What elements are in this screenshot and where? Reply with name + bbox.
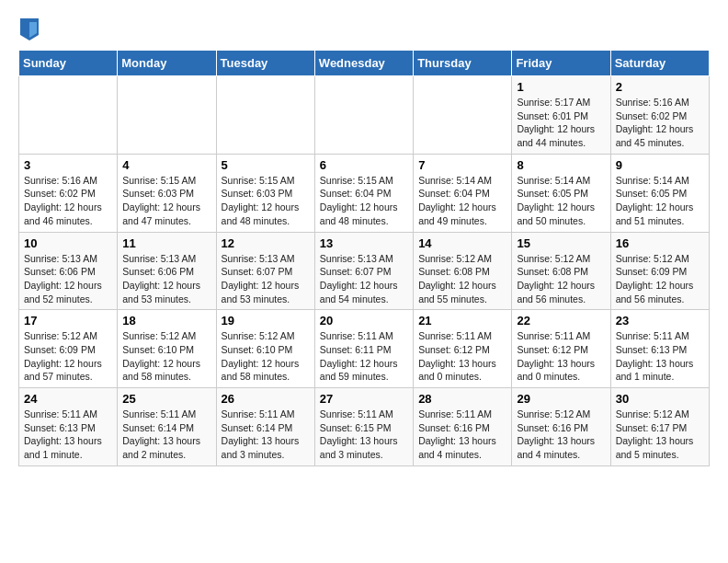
calendar-cell: 24Sunrise: 5:11 AM Sunset: 6:13 PM Dayli… [19, 388, 118, 466]
calendar-header-tuesday: Tuesday [216, 51, 314, 76]
calendar-cell [414, 76, 512, 155]
calendar-cell: 3Sunrise: 5:16 AM Sunset: 6:02 PM Daylig… [19, 154, 118, 232]
calendar-cell: 1Sunrise: 5:17 AM Sunset: 6:01 PM Daylig… [512, 76, 610, 155]
calendar-week-row: 3Sunrise: 5:16 AM Sunset: 6:02 PM Daylig… [19, 154, 710, 232]
day-number: 7 [418, 158, 506, 172]
calendar-cell: 26Sunrise: 5:11 AM Sunset: 6:14 PM Dayli… [216, 388, 314, 466]
day-number: 1 [517, 80, 605, 94]
day-info: Sunrise: 5:12 AM Sunset: 6:10 PM Dayligh… [222, 329, 310, 384]
day-info: Sunrise: 5:11 AM Sunset: 6:12 PM Dayligh… [418, 329, 506, 384]
calendar-header-thursday: Thursday [414, 51, 512, 76]
calendar-cell: 16Sunrise: 5:12 AM Sunset: 6:09 PM Dayli… [610, 232, 709, 310]
calendar-cell [314, 76, 413, 155]
day-info: Sunrise: 5:12 AM Sunset: 6:17 PM Dayligh… [616, 408, 704, 462]
day-info: Sunrise: 5:12 AM Sunset: 6:08 PM Dayligh… [418, 252, 506, 306]
calendar-cell [19, 76, 118, 155]
calendar-cell: 22Sunrise: 5:11 AM Sunset: 6:12 PM Dayli… [512, 310, 610, 388]
day-info: Sunrise: 5:12 AM Sunset: 6:09 PM Dayligh… [24, 329, 112, 384]
calendar-week-row: 1Sunrise: 5:17 AM Sunset: 6:01 PM Daylig… [19, 76, 710, 155]
day-number: 12 [222, 236, 310, 250]
day-number: 27 [320, 392, 408, 406]
calendar-cell: 28Sunrise: 5:11 AM Sunset: 6:16 PM Dayli… [414, 388, 512, 466]
day-info: Sunrise: 5:13 AM Sunset: 6:07 PM Dayligh… [320, 252, 408, 306]
calendar-cell: 21Sunrise: 5:11 AM Sunset: 6:12 PM Dayli… [414, 310, 512, 388]
calendar-cell: 13Sunrise: 5:13 AM Sunset: 6:07 PM Dayli… [314, 232, 413, 310]
calendar-header-friday: Friday [512, 51, 610, 76]
day-number: 25 [122, 392, 210, 406]
day-info: Sunrise: 5:15 AM Sunset: 6:03 PM Dayligh… [222, 174, 310, 228]
day-number: 18 [122, 314, 210, 327]
day-number: 6 [320, 158, 408, 172]
day-info: Sunrise: 5:12 AM Sunset: 6:16 PM Dayligh… [517, 408, 605, 462]
day-number: 22 [517, 314, 605, 327]
calendar-cell: 2Sunrise: 5:16 AM Sunset: 6:02 PM Daylig… [610, 76, 709, 155]
calendar-week-row: 10Sunrise: 5:13 AM Sunset: 6:06 PM Dayli… [19, 232, 710, 310]
day-number: 23 [616, 314, 704, 327]
calendar-cell: 8Sunrise: 5:14 AM Sunset: 6:05 PM Daylig… [512, 154, 610, 232]
calendar-header-row: SundayMondayTuesdayWednesdayThursdayFrid… [19, 51, 710, 76]
day-info: Sunrise: 5:11 AM Sunset: 6:13 PM Dayligh… [616, 329, 704, 384]
calendar-cell: 15Sunrise: 5:12 AM Sunset: 6:08 PM Dayli… [512, 232, 610, 310]
day-info: Sunrise: 5:11 AM Sunset: 6:14 PM Dayligh… [122, 408, 210, 462]
day-info: Sunrise: 5:13 AM Sunset: 6:07 PM Dayligh… [222, 252, 310, 306]
calendar-cell: 19Sunrise: 5:12 AM Sunset: 6:10 PM Dayli… [216, 310, 314, 388]
calendar-cell: 10Sunrise: 5:13 AM Sunset: 6:06 PM Dayli… [19, 232, 118, 310]
day-info: Sunrise: 5:17 AM Sunset: 6:01 PM Dayligh… [517, 96, 605, 150]
day-info: Sunrise: 5:12 AM Sunset: 6:08 PM Dayligh… [517, 252, 605, 306]
calendar-cell: 6Sunrise: 5:15 AM Sunset: 6:04 PM Daylig… [314, 154, 413, 232]
day-number: 10 [24, 236, 112, 250]
calendar-cell: 9Sunrise: 5:14 AM Sunset: 6:05 PM Daylig… [610, 154, 709, 232]
day-number: 4 [122, 158, 210, 172]
day-info: Sunrise: 5:12 AM Sunset: 6:09 PM Dayligh… [616, 252, 704, 306]
day-info: Sunrise: 5:11 AM Sunset: 6:16 PM Dayligh… [418, 408, 506, 462]
day-info: Sunrise: 5:14 AM Sunset: 6:05 PM Dayligh… [517, 174, 605, 228]
calendar-cell: 11Sunrise: 5:13 AM Sunset: 6:06 PM Dayli… [118, 232, 216, 310]
day-number: 8 [517, 158, 605, 172]
day-number: 5 [222, 158, 310, 172]
day-number: 16 [616, 236, 704, 250]
calendar-cell: 23Sunrise: 5:11 AM Sunset: 6:13 PM Dayli… [610, 310, 709, 388]
day-number: 2 [616, 80, 704, 94]
day-number: 30 [616, 392, 704, 406]
calendar-cell: 27Sunrise: 5:11 AM Sunset: 6:15 PM Dayli… [314, 388, 413, 466]
day-info: Sunrise: 5:11 AM Sunset: 6:11 PM Dayligh… [320, 329, 408, 384]
day-info: Sunrise: 5:14 AM Sunset: 6:05 PM Dayligh… [616, 174, 704, 228]
day-number: 13 [320, 236, 408, 250]
day-info: Sunrise: 5:11 AM Sunset: 6:13 PM Dayligh… [24, 408, 112, 462]
calendar-cell: 30Sunrise: 5:12 AM Sunset: 6:17 PM Dayli… [610, 388, 709, 466]
day-number: 3 [24, 158, 112, 172]
logo [18, 18, 39, 40]
calendar-cell [118, 76, 216, 155]
day-number: 24 [24, 392, 112, 406]
calendar-cell: 20Sunrise: 5:11 AM Sunset: 6:11 PM Dayli… [314, 310, 413, 388]
day-info: Sunrise: 5:16 AM Sunset: 6:02 PM Dayligh… [616, 96, 704, 150]
calendar-cell: 4Sunrise: 5:15 AM Sunset: 6:03 PM Daylig… [118, 154, 216, 232]
day-number: 28 [418, 392, 506, 406]
calendar-cell: 18Sunrise: 5:12 AM Sunset: 6:10 PM Dayli… [118, 310, 216, 388]
calendar-cell: 25Sunrise: 5:11 AM Sunset: 6:14 PM Dayli… [118, 388, 216, 466]
day-number: 26 [222, 392, 310, 406]
day-info: Sunrise: 5:11 AM Sunset: 6:14 PM Dayligh… [222, 408, 310, 462]
day-number: 21 [418, 314, 506, 327]
calendar-cell: 5Sunrise: 5:15 AM Sunset: 6:03 PM Daylig… [216, 154, 314, 232]
day-number: 19 [222, 314, 310, 327]
day-info: Sunrise: 5:15 AM Sunset: 6:04 PM Dayligh… [320, 174, 408, 228]
calendar-header-monday: Monday [118, 51, 216, 76]
day-info: Sunrise: 5:12 AM Sunset: 6:10 PM Dayligh… [122, 329, 210, 384]
calendar-cell: 12Sunrise: 5:13 AM Sunset: 6:07 PM Dayli… [216, 232, 314, 310]
day-info: Sunrise: 5:11 AM Sunset: 6:12 PM Dayligh… [517, 329, 605, 384]
day-number: 15 [517, 236, 605, 250]
day-info: Sunrise: 5:11 AM Sunset: 6:15 PM Dayligh… [320, 408, 408, 462]
calendar-cell: 7Sunrise: 5:14 AM Sunset: 6:04 PM Daylig… [414, 154, 512, 232]
day-number: 9 [616, 158, 704, 172]
calendar-header-wednesday: Wednesday [314, 51, 413, 76]
day-number: 29 [517, 392, 605, 406]
day-info: Sunrise: 5:13 AM Sunset: 6:06 PM Dayligh… [24, 252, 112, 306]
day-number: 11 [122, 236, 210, 250]
calendar-cell: 29Sunrise: 5:12 AM Sunset: 6:16 PM Dayli… [512, 388, 610, 466]
calendar-header-saturday: Saturday [610, 51, 709, 76]
calendar-cell [216, 76, 314, 155]
calendar-header-sunday: Sunday [19, 51, 118, 76]
day-number: 17 [24, 314, 112, 327]
day-info: Sunrise: 5:16 AM Sunset: 6:02 PM Dayligh… [24, 174, 112, 228]
